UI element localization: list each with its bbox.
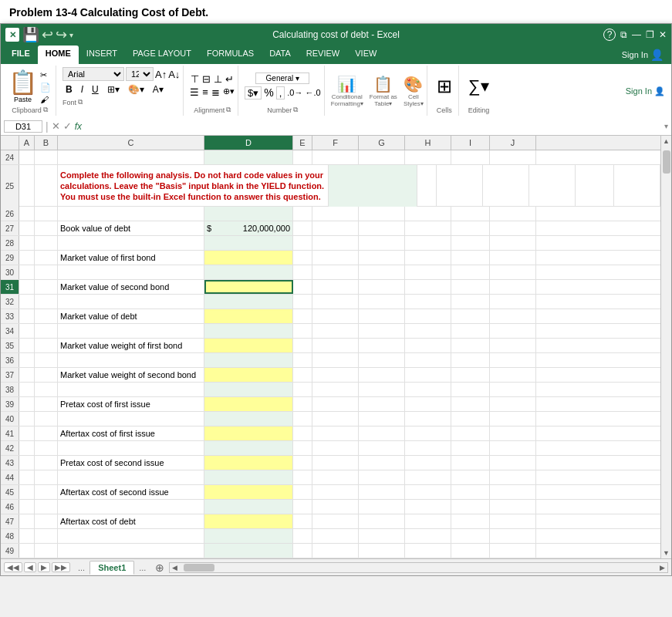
cell-e47[interactable] xyxy=(293,514,312,528)
cell-d43[interactable] xyxy=(204,456,293,470)
cell-e35[interactable] xyxy=(293,339,312,352)
cell-j25[interactable] xyxy=(614,165,660,207)
close-button[interactable]: ✕ xyxy=(659,29,667,40)
cell-d30[interactable] xyxy=(204,265,293,279)
align-top-button[interactable]: ⊤ xyxy=(191,73,199,85)
cell-j24[interactable] xyxy=(490,150,536,164)
cell-c44[interactable] xyxy=(58,470,204,484)
sheet-nav-prev[interactable]: ◀ xyxy=(24,562,36,572)
cell-e41[interactable] xyxy=(293,427,312,440)
currency-button[interactable]: $▾ xyxy=(245,86,262,99)
cell-i37[interactable] xyxy=(451,368,490,382)
cell-j30[interactable] xyxy=(490,265,536,279)
cell-d28[interactable] xyxy=(204,236,293,250)
col-header-h[interactable]: H xyxy=(405,136,451,150)
cell-h43[interactable] xyxy=(405,456,451,470)
align-middle-button[interactable]: ⊟ xyxy=(202,73,211,85)
cell-h38[interactable] xyxy=(405,383,451,396)
cell-b47[interactable] xyxy=(35,514,58,528)
vertical-scrollbar[interactable]: ▲ ▼ xyxy=(660,136,671,558)
tab-view[interactable]: VIEW xyxy=(347,46,384,64)
horizontal-scrollbar[interactable]: ◀ ▶ xyxy=(169,562,668,573)
cell-g24[interactable] xyxy=(359,150,405,164)
cell-b32[interactable] xyxy=(35,295,58,308)
tab-home[interactable]: HOME xyxy=(38,46,79,64)
cell-g39[interactable] xyxy=(359,397,405,411)
sheet-tab-sheet1[interactable]: Sheet1 xyxy=(89,561,134,575)
cell-b33[interactable] xyxy=(35,309,58,323)
cell-d48[interactable] xyxy=(204,529,293,543)
cell-c32[interactable] xyxy=(58,295,204,308)
cell-i43[interactable] xyxy=(451,456,490,470)
editing-icon[interactable]: ∑▾ xyxy=(468,76,489,96)
cell-j37[interactable] xyxy=(490,368,536,382)
cell-c46[interactable] xyxy=(58,500,204,514)
cell-f36[interactable] xyxy=(312,353,359,367)
cell-h39[interactable] xyxy=(405,397,451,411)
cut-button[interactable]: ✂ xyxy=(40,70,52,80)
align-left-button[interactable]: ☰ xyxy=(190,86,199,98)
ribbon-signin-label[interactable]: Sign In xyxy=(626,86,652,96)
cell-j39[interactable] xyxy=(490,397,536,411)
cell-a28[interactable] xyxy=(19,236,35,250)
col-header-e[interactable]: E xyxy=(293,136,312,150)
cell-i42[interactable] xyxy=(451,441,490,455)
cell-a31[interactable] xyxy=(19,280,35,294)
cell-i24[interactable] xyxy=(451,150,490,164)
cell-h45[interactable] xyxy=(405,485,451,499)
col-header-j[interactable]: J xyxy=(490,136,536,150)
cell-f37[interactable] xyxy=(312,368,359,382)
cell-c47[interactable]: Aftertax cost of debt xyxy=(58,514,204,528)
cell-g37[interactable] xyxy=(359,368,405,382)
cell-g40[interactable] xyxy=(359,412,405,426)
align-center-button[interactable]: ≡ xyxy=(202,86,208,98)
cell-c41[interactable]: Aftertax cost of first issue xyxy=(58,427,204,440)
cell-e44[interactable] xyxy=(293,470,312,484)
cell-d34[interactable] xyxy=(204,324,293,338)
cell-j49[interactable] xyxy=(490,544,536,558)
cell-h40[interactable] xyxy=(405,412,451,426)
sheet-tab-dots-left[interactable]: ... xyxy=(73,561,89,574)
cell-h47[interactable] xyxy=(405,514,451,528)
cell-h48[interactable] xyxy=(405,529,451,543)
cell-g45[interactable] xyxy=(359,485,405,499)
cell-c36[interactable] xyxy=(58,353,204,367)
cell-i34[interactable] xyxy=(451,324,490,338)
col-header-b[interactable]: B xyxy=(35,136,58,150)
cell-f29[interactable] xyxy=(312,251,359,265)
cells-icon[interactable]: ⊞ xyxy=(437,76,452,97)
cell-g30[interactable] xyxy=(359,265,405,279)
cell-f27[interactable] xyxy=(312,221,359,235)
cell-f30[interactable] xyxy=(312,265,359,279)
cell-b36[interactable] xyxy=(35,353,58,367)
cell-a38[interactable] xyxy=(19,383,35,396)
cell-j38[interactable] xyxy=(490,383,536,396)
cell-i28[interactable] xyxy=(451,236,490,250)
cell-d46[interactable] xyxy=(204,500,293,514)
fill-color-button[interactable]: 🎨▾ xyxy=(125,83,147,96)
cell-h30[interactable] xyxy=(405,265,451,279)
cell-f47[interactable] xyxy=(312,514,359,528)
cell-b41[interactable] xyxy=(35,427,58,440)
tab-page-layout[interactable]: PAGE LAYOUT xyxy=(125,46,199,64)
cell-h46[interactable] xyxy=(405,500,451,514)
scroll-up-arrow[interactable]: ▲ xyxy=(661,136,671,147)
cell-h37[interactable] xyxy=(405,368,451,382)
cell-f32[interactable] xyxy=(312,295,359,308)
cell-i45[interactable] xyxy=(451,485,490,499)
cell-b43[interactable] xyxy=(35,456,58,470)
cell-g47[interactable] xyxy=(359,514,405,528)
cell-h33[interactable] xyxy=(405,309,451,323)
cell-f35[interactable] xyxy=(312,339,359,352)
cell-ref-box[interactable]: D31 xyxy=(4,120,42,133)
cell-d49[interactable] xyxy=(204,544,293,558)
tab-review[interactable]: REVIEW xyxy=(299,46,347,64)
cell-g33[interactable] xyxy=(359,309,405,323)
cell-f34[interactable] xyxy=(312,324,359,338)
cell-h34[interactable] xyxy=(405,324,451,338)
cell-f46[interactable] xyxy=(312,500,359,514)
format-painter-button[interactable]: 🖌 xyxy=(40,95,52,104)
font-expand-icon[interactable]: ⧉ xyxy=(78,98,83,106)
cell-e49[interactable] xyxy=(293,544,312,558)
cell-f45[interactable] xyxy=(312,485,359,499)
